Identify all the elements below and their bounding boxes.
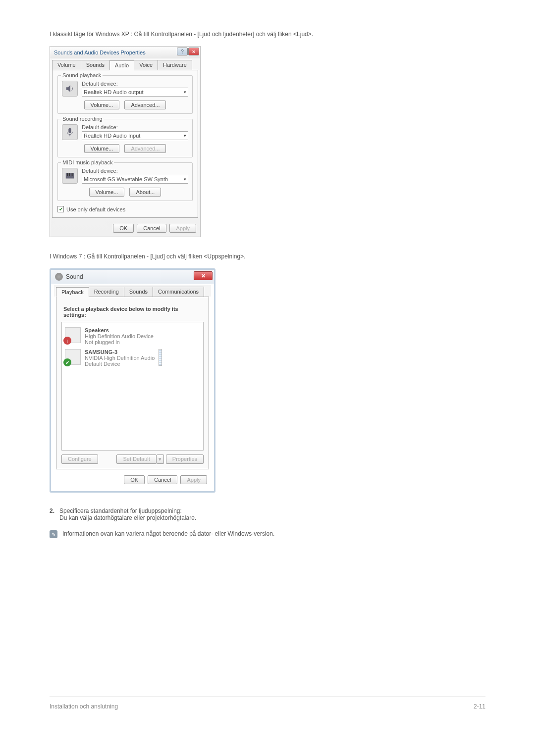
- svg-rect-3: [69, 173, 70, 176]
- speaker-icon: [62, 81, 78, 97]
- list-item[interactable]: ↓ Speakers High Definition Audio Device …: [65, 325, 200, 347]
- step-number: 2.: [50, 507, 54, 521]
- list-item[interactable]: ✔ SAMSUNG-3 NVIDIA High Definition Audio…: [65, 347, 200, 369]
- device-desc: High Definition Audio Device: [85, 333, 154, 339]
- tab-audio[interactable]: Audio: [109, 60, 134, 70]
- use-default-label: Use only default devices: [66, 206, 125, 212]
- xp-cancel-button[interactable]: Cancel: [137, 224, 166, 233]
- set-default-button: Set Default: [116, 454, 156, 464]
- tab-sounds[interactable]: Sounds: [81, 60, 110, 70]
- level-meter-icon: [159, 349, 162, 366]
- playback-label: Default device:: [82, 81, 188, 87]
- device-list[interactable]: ↓ Speakers High Definition Audio Device …: [61, 322, 204, 451]
- tab-volume[interactable]: Volume: [52, 60, 81, 70]
- recording-label: Default device:: [82, 124, 188, 130]
- intro-xp-text: I klassikt läge för Windows XP : Gå till…: [50, 30, 485, 39]
- w7-tab-body: Select a playback device below to modify…: [56, 297, 209, 469]
- sound-icon: [55, 273, 63, 281]
- device-name: SAMSUNG-3: [85, 349, 155, 355]
- xp-tabs: Volume Sounds Audio Voice Hardware: [50, 58, 200, 70]
- step-2-line1: Specificera standardenhet för ljuduppspe…: [59, 507, 196, 514]
- step-2-line2: Du kan välja datorhögtalare eller projek…: [59, 514, 196, 521]
- w7-apply-button: Apply: [180, 475, 207, 484]
- help-icon[interactable]: ?: [177, 48, 188, 55]
- info-icon: ✎: [50, 530, 57, 538]
- recording-legend: Sound recording: [61, 116, 104, 122]
- tab-voice[interactable]: Voice: [134, 60, 158, 70]
- xp-ok-button[interactable]: OK: [113, 224, 134, 233]
- properties-button: Properties: [166, 454, 204, 464]
- tab-communications[interactable]: Communications: [153, 287, 204, 297]
- close-icon[interactable]: ✕: [194, 271, 213, 280]
- use-default-checkbox[interactable]: ✔: [57, 206, 64, 212]
- device-status: Not plugged in: [85, 339, 154, 345]
- midi-about-button[interactable]: About...: [129, 188, 161, 197]
- w7-tabs: Playback Recording Sounds Communications: [54, 285, 211, 297]
- playback-volume-button[interactable]: Volume...: [84, 101, 120, 109]
- playback-device-select[interactable]: Realtek HD Audio output: [82, 88, 188, 97]
- device-desc: NVIDIA High Definition Audio: [85, 355, 155, 361]
- svg-rect-2: [67, 173, 68, 176]
- xp-dialog: Sounds and Audio Devices Properties ? ✕ …: [50, 46, 201, 237]
- intro-w7-text: I Windows 7 : Gå till Kontrollpanelen - …: [50, 252, 485, 261]
- svg-rect-4: [72, 173, 73, 176]
- set-default-dropdown: ▾: [157, 454, 164, 464]
- svg-rect-0: [68, 128, 71, 133]
- midi-device-select[interactable]: Microsoft GS Wavetable SW Synth: [82, 175, 188, 184]
- tab-sounds-w7[interactable]: Sounds: [124, 287, 153, 297]
- midi-icon: [62, 168, 78, 184]
- midi-group: MIDI music playback Default device: Micr…: [57, 162, 193, 201]
- monitor-icon: ✔: [65, 349, 81, 365]
- xp-apply-button: Apply: [169, 224, 196, 233]
- recording-group: Sound recording Default device: Realtek …: [57, 119, 193, 157]
- device-name: Speakers: [85, 327, 154, 333]
- playback-group: Sound playback Default device: Realtek H…: [57, 75, 193, 114]
- recording-advanced-button: Advanced...: [124, 144, 166, 153]
- w7-instruction: Select a playback device below to modify…: [63, 306, 202, 318]
- midi-volume-button[interactable]: Volume...: [89, 188, 125, 197]
- microphone-icon: [62, 124, 78, 140]
- note: ✎ Informationen ovan kan variera något b…: [50, 530, 485, 538]
- footer-right: 2-11: [474, 703, 485, 710]
- playback-advanced-button[interactable]: Advanced...: [124, 101, 166, 109]
- note-text: Informationen ovan kan variera något ber…: [62, 530, 274, 537]
- recording-device-select[interactable]: Realtek HD Audio Input: [82, 131, 188, 140]
- playback-legend: Sound playback: [61, 72, 103, 78]
- footer: Installation och anslutning 2-11: [50, 697, 485, 710]
- step-2: 2. Specificera standardenhet för ljudupp…: [50, 507, 485, 521]
- midi-legend: MIDI music playback: [61, 159, 114, 165]
- configure-button: Configure: [61, 454, 98, 464]
- w7-dialog-title: Sound ✕: [51, 270, 214, 284]
- unplugged-icon: ↓: [63, 337, 71, 345]
- xp-tab-body: Sound playback Default device: Realtek H…: [52, 70, 198, 218]
- tab-hardware[interactable]: Hardware: [158, 60, 192, 70]
- close-icon[interactable]: ✕: [188, 48, 199, 55]
- xp-dialog-title-text: Sounds and Audio Devices Properties: [54, 50, 146, 55]
- device-status: Default Device: [85, 361, 155, 367]
- midi-label: Default device:: [82, 168, 188, 174]
- w7-dialog: Sound ✕ Playback Recording Sounds Commun…: [50, 268, 215, 493]
- speaker-icon: ↓: [65, 327, 81, 343]
- w7-cancel-button[interactable]: Cancel: [148, 475, 177, 484]
- w7-ok-button[interactable]: OK: [124, 475, 145, 484]
- xp-dialog-title: Sounds and Audio Devices Properties ? ✕: [50, 47, 200, 58]
- tab-playback[interactable]: Playback: [56, 287, 89, 297]
- w7-title-text: Sound: [66, 273, 83, 280]
- tab-recording[interactable]: Recording: [89, 287, 124, 297]
- recording-volume-button[interactable]: Volume...: [84, 144, 120, 153]
- footer-left: Installation och anslutning: [50, 703, 118, 710]
- check-icon: ✔: [63, 358, 71, 366]
